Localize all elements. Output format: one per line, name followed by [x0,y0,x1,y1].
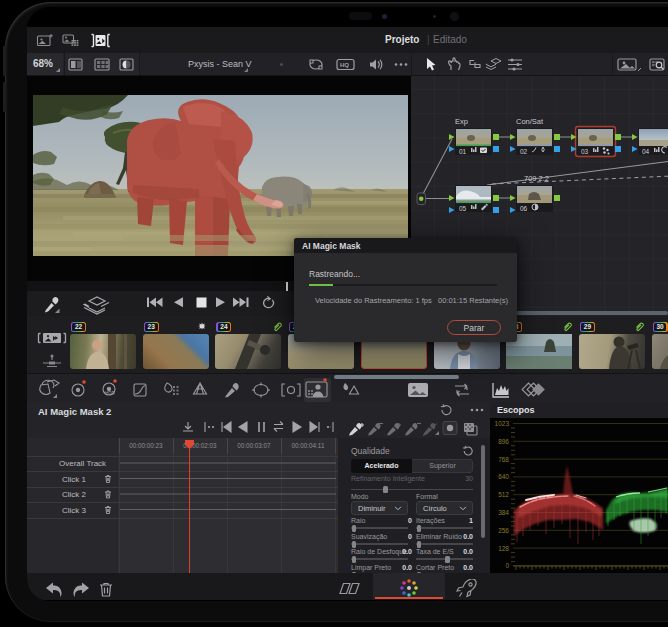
svg-text:768: 768 [498,456,509,463]
svg-text:384: 384 [498,509,509,516]
svg-text:Con/Sat: Con/Sat [516,117,544,126]
svg-text:896: 896 [498,438,509,445]
svg-text:Exp: Exp [455,117,468,126]
svg-text:00:00:03:07: 00:00:03:07 [237,442,271,449]
svg-text:00:00:04:11: 00:00:04:11 [292,442,325,449]
svg-text:HQ: HQ [340,62,349,68]
svg-text:1023: 1023 [495,420,510,427]
svg-text:05: 05 [459,205,467,212]
svg-text:04: 04 [642,148,650,155]
svg-text:01: 01 [459,148,467,155]
svg-text:HDR: HDR [105,391,115,396]
svg-text:256: 256 [498,527,509,534]
svg-text:06: 06 [520,205,528,212]
svg-text:709 2.2: 709 2.2 [524,174,549,183]
svg-text:00:00:00:23: 00:00:00:23 [129,442,163,449]
svg-text:02: 02 [520,148,528,155]
svg-text:640: 640 [498,473,509,480]
svg-text:03: 03 [581,148,589,155]
svg-text:0: 0 [505,562,509,569]
svg-text:512: 512 [498,491,509,498]
svg-text:128: 128 [498,545,509,552]
